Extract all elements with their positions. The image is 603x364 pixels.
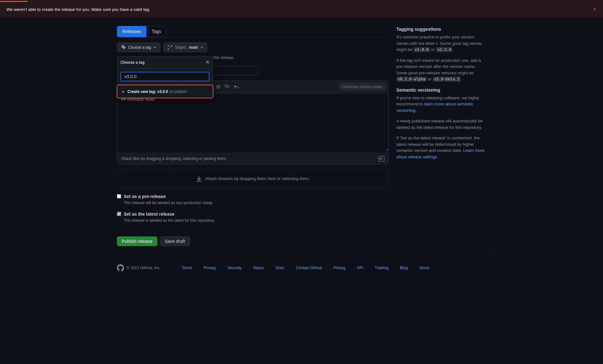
tag-search-input[interactable]: [120, 72, 210, 81]
tag-popover: Choose a tag ✕ ＋ Create new tag: v3.0.0 …: [117, 56, 213, 98]
tab-releases[interactable]: Releases: [117, 26, 146, 37]
tagging-title: Tagging suggestions: [396, 26, 486, 33]
release-body-textarea[interactable]: [117, 93, 388, 151]
github-icon: [117, 264, 124, 271]
tab-nav: Releases Tags: [117, 26, 389, 37]
reply-button[interactable]: [232, 83, 240, 91]
sidebar: Tagging suggestions It's common practice…: [396, 26, 486, 246]
caret-down-icon: [153, 47, 156, 48]
latest-row: Set as the latest release This release i…: [117, 211, 389, 223]
markdown-icon[interactable]: M↓: [378, 156, 384, 161]
semver-title: Semantic versioning: [396, 87, 486, 94]
mention-button[interactable]: @: [214, 83, 222, 91]
prerelease-desc: This release will be labeled as non-prod…: [124, 200, 212, 206]
footer-link[interactable]: Pricing: [334, 265, 345, 271]
tag-icon: [121, 45, 126, 50]
footer-copyright: © 2023 GitHub, Inc.: [117, 264, 161, 271]
reference-button[interactable]: [223, 83, 231, 91]
create-new-tag-option[interactable]: ＋ Create new tag: v3.0.0 on publish: [117, 85, 213, 98]
choose-tag-button[interactable]: Choose a tag: [117, 43, 160, 52]
prerelease-checkbox[interactable]: [117, 194, 121, 198]
popover-title: Choose a tag: [120, 60, 145, 65]
footer-links: Terms Privacy Security Status Docs Conta…: [182, 265, 429, 271]
binaries-dropzone[interactable]: Attach binaries by dropping them here or…: [117, 170, 389, 188]
close-icon[interactable]: ✕: [593, 6, 597, 13]
footer-link[interactable]: Status: [253, 265, 264, 271]
target-button[interactable]: Target: main: [163, 43, 207, 52]
footer: © 2023 GitHub, Inc. Terms Privacy Securi…: [107, 254, 496, 282]
generate-notes-button[interactable]: Generate release notes: [339, 83, 386, 91]
error-banner: We weren't able to create the release fo…: [0, 0, 603, 18]
prerelease-label: Set as a pre-release: [124, 193, 212, 200]
prerelease-row: Set as a pre-release This release will b…: [117, 193, 389, 206]
latest-label: Set as the latest release: [124, 211, 215, 218]
footer-link[interactable]: About: [419, 265, 429, 271]
footer-link[interactable]: Terms: [182, 265, 192, 271]
caret-down-icon: [201, 47, 203, 48]
latest-checkbox[interactable]: [117, 212, 121, 216]
footer-link[interactable]: Blog: [400, 265, 408, 271]
latest-desc: This release is labeled as the latest fo…: [124, 218, 215, 223]
svg-rect-4: [225, 85, 227, 87]
plus-icon: ＋: [121, 89, 125, 95]
publish-button[interactable]: Publish release: [117, 236, 157, 246]
footer-link[interactable]: Contact GitHub: [296, 265, 322, 271]
download-icon: [196, 176, 202, 182]
error-message: We weren't able to create the release fo…: [6, 6, 150, 13]
footer-link[interactable]: Training: [375, 265, 388, 271]
footer-link[interactable]: Docs: [276, 265, 284, 271]
footer-link[interactable]: Privacy: [203, 265, 216, 271]
save-draft-button[interactable]: Save draft: [160, 236, 190, 246]
close-icon[interactable]: ✕: [206, 59, 210, 66]
footer-link[interactable]: Security: [228, 265, 242, 271]
footer-link[interactable]: API: [357, 265, 363, 271]
tab-tags[interactable]: Tags: [146, 26, 167, 37]
attach-hint-text[interactable]: Attach files by dragging & dropping, sel…: [121, 156, 227, 161]
tag-hint-text: publish this release.: [200, 55, 389, 61]
git-branch-icon: [168, 45, 173, 50]
